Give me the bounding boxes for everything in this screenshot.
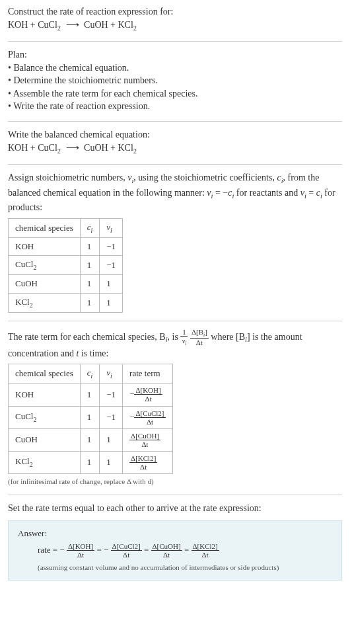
text: Δ[B [192, 328, 203, 336]
table-header-row: chemical species ci νi rate term [9, 364, 173, 383]
equals: = [184, 545, 192, 555]
eq-sub: 2 [133, 147, 137, 154]
balanced-title: Write the balanced chemical equation: [8, 128, 342, 141]
cell-species: KCl2 [9, 293, 81, 312]
rateterm-block: The rate term for each chemical species,… [8, 328, 342, 487]
cell-c: 1 [80, 293, 100, 312]
text: KCl [15, 297, 30, 307]
text: where [B [211, 331, 245, 341]
numerator: Δ[CuOH] [129, 432, 160, 440]
cell-nu: 1 [100, 428, 123, 451]
plan-item: • Balance the chemical equation. [8, 61, 342, 75]
balanced-equation: KOH + CuCl2 ⟶ CuOH + KCl2 [8, 141, 342, 156]
fraction: Δ[CuCl2]Δt [111, 542, 142, 559]
intro-block: Construct the rate of reaction expressio… [8, 5, 342, 33]
text: is time: [79, 348, 108, 358]
col-species: chemical species [9, 364, 81, 383]
denominator: Δt [134, 395, 162, 403]
eq-rhs: CuOH + KCl [84, 143, 133, 153]
equals: = − [96, 545, 108, 555]
cell-nu: 1 [100, 275, 123, 293]
numerator: Δ[KCl2] [129, 454, 157, 463]
sub: i [91, 226, 93, 233]
fraction: 1νi [180, 328, 188, 347]
numerator: Δ[KCl2] [192, 542, 219, 551]
cell-c: 1 [80, 451, 100, 473]
equals: = [144, 545, 151, 555]
divider [8, 121, 342, 122]
plan-item: • Assemble the rate term for each chemic… [8, 87, 342, 101]
answer-box: Answer: rate = − Δ[KOH]Δt = − Δ[CuCl2]Δt… [8, 520, 342, 581]
stoich-table: chemical species ci νi KOH 1 −1 CuCl2 1 … [8, 218, 123, 313]
cell-species: CuOH [9, 275, 81, 293]
arrow-icon: ⟶ [66, 19, 79, 32]
col-nu: νi [100, 364, 123, 383]
denominator: Δt [190, 339, 209, 346]
cell-species: CuCl2 [9, 406, 81, 428]
fraction: Δ[KOH]Δt [67, 542, 94, 559]
text: Assign stoichiometric numbers, [8, 173, 127, 182]
table-row: CuCl2 1 −1 −Δ[CuCl2]Δt [9, 406, 173, 428]
table-row: CuOH 1 1 Δ[CuOH]Δt [9, 428, 173, 451]
fraction: Δ[KCl2]Δt [192, 542, 219, 559]
arrow-icon: ⟶ [66, 141, 79, 155]
cell-c: 1 [80, 406, 100, 428]
divider [8, 495, 342, 495]
sub: i [91, 372, 93, 380]
denominator: νi [180, 337, 188, 347]
fraction: Δ[KCl2]Δt [129, 454, 157, 471]
text: KCl [15, 456, 30, 466]
col-c: ci [80, 218, 100, 237]
numerator: Δ[CuCl2] [134, 409, 165, 418]
cell-c: 1 [80, 256, 100, 275]
denominator: Δt [151, 551, 182, 559]
denominator: Δt [129, 440, 160, 448]
divider [8, 321, 342, 321]
cell-species: CuCl2 [9, 256, 81, 275]
rateterm-table: chemical species ci νi rate term KOH 1 −… [8, 364, 173, 474]
cell-nu: −1 [100, 406, 123, 428]
cell-rate: −Δ[CuCl2]Δt [123, 406, 172, 428]
stoich-text: Assign stoichiometric numbers, νi, using… [8, 171, 342, 214]
eq-rhs: CuOH + KCl [84, 20, 133, 30]
col-nu: νi [100, 218, 123, 237]
table-row: KOH 1 −1 [9, 237, 123, 255]
cell-species: CuOH [9, 428, 81, 451]
cell-rate: Δ[KCl2]Δt [123, 451, 172, 473]
denominator: Δt [111, 551, 142, 559]
sub: 2 [33, 416, 36, 423]
divider [8, 41, 342, 42]
numerator: Δ[Bi] [190, 328, 209, 339]
fraction: Δ[KOH]Δt [134, 386, 162, 403]
numerator: Δ[CuCl2] [111, 542, 142, 551]
sub: 2 [30, 301, 33, 308]
stoich-block: Assign stoichiometric numbers, νi, using… [8, 171, 342, 313]
plan-block: Plan: • Balance the chemical equation. •… [8, 48, 342, 113]
eq-lhs: KOH + CuCl [8, 20, 57, 30]
eq-sub: 2 [57, 24, 61, 31]
sign: − [129, 389, 134, 399]
sub: 2 [30, 461, 33, 468]
fraction: Δ[CuOH]Δt [129, 432, 160, 448]
numerator: Δ[CuOH] [151, 542, 182, 551]
cell-c: 1 [80, 237, 100, 255]
table-header-row: chemical species ci νi [9, 218, 123, 237]
sign: − [129, 411, 134, 421]
final-note: (assuming constant volume and no accumul… [38, 563, 332, 573]
col-c: ci [80, 364, 100, 383]
denominator: Δt [192, 551, 219, 559]
sub: i [185, 341, 186, 346]
numerator: Δ[KOH] [134, 386, 162, 395]
table-row: KOH 1 −1 −Δ[KOH]Δt [9, 383, 173, 406]
answer-label: Answer: [18, 528, 332, 540]
text: CuCl [15, 259, 33, 269]
text: , is [168, 331, 181, 341]
plan-item: • Write the rate of reaction expression. [8, 100, 342, 113]
cell-species: KOH [9, 383, 81, 406]
numerator: 1 [180, 328, 188, 337]
intro-equation: KOH + CuCl2 ⟶ CuOH + KCl2 [8, 19, 342, 33]
denominator: Δt [129, 463, 157, 471]
cell-species: KOH [9, 237, 81, 255]
text: CuCl [15, 411, 33, 421]
cell-c: 1 [80, 275, 100, 293]
